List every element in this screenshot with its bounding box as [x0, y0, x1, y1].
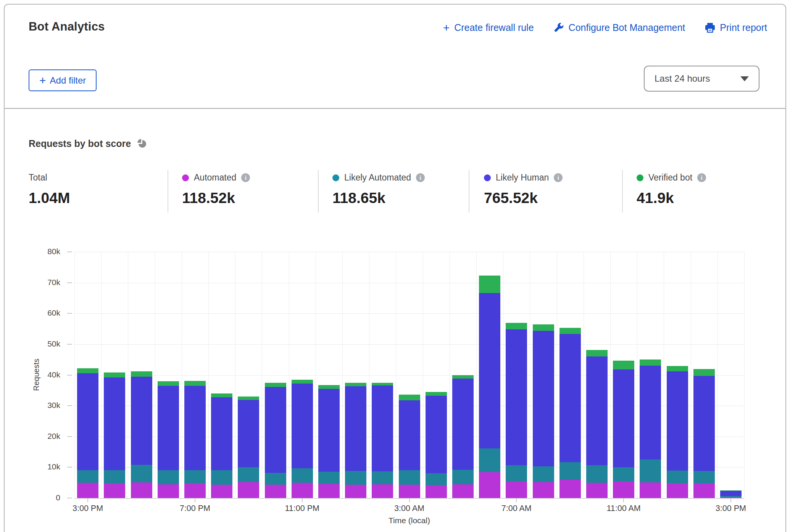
info-icon[interactable]: i — [697, 173, 706, 182]
bar-segment-likely-automated[interactable] — [77, 470, 98, 482]
info-icon[interactable]: i — [554, 173, 563, 182]
bar-segment-likely-automated[interactable] — [613, 467, 634, 482]
bar-segment-likely-human[interactable] — [720, 491, 742, 497]
bar-segment-verified-bot[interactable] — [184, 381, 206, 386]
bar-segment-verified-bot[interactable] — [131, 371, 152, 377]
info-icon[interactable]: i — [241, 173, 250, 182]
bar-segment-verified-bot[interactable] — [586, 350, 608, 356]
bar-segment-verified-bot[interactable] — [292, 380, 313, 384]
bar-segment-likely-automated[interactable] — [372, 471, 393, 484]
bar-segment-automated[interactable] — [265, 485, 286, 498]
bar-segment-likely-human[interactable] — [399, 400, 420, 470]
bar[interactable] — [131, 252, 152, 498]
bar-segment-automated[interactable] — [104, 483, 125, 498]
bar-segment-verified-bot[interactable] — [426, 392, 447, 396]
bar-segment-likely-automated[interactable] — [452, 470, 474, 484]
bar[interactable] — [211, 252, 232, 498]
bar-segment-likely-automated[interactable] — [265, 473, 286, 485]
bar-segment-verified-bot[interactable] — [479, 276, 500, 293]
bar[interactable] — [158, 252, 179, 498]
bar[interactable] — [77, 252, 98, 498]
bar-segment-likely-automated[interactable] — [104, 470, 125, 484]
bar-segment-likely-human[interactable] — [586, 356, 608, 465]
bar-segment-verified-bot[interactable] — [345, 383, 366, 387]
bar-segment-verified-bot[interactable] — [158, 381, 179, 385]
bar-segment-automated[interactable] — [586, 483, 608, 498]
bar-segment-automated[interactable] — [184, 483, 206, 498]
bar[interactable] — [345, 252, 366, 498]
bar-segment-likely-automated[interactable] — [559, 462, 581, 480]
bar-segment-automated[interactable] — [131, 482, 152, 498]
bar-segment-likely-human[interactable] — [693, 376, 715, 471]
bar-segment-likely-human[interactable] — [533, 331, 554, 466]
bar-segment-likely-human[interactable] — [131, 377, 152, 465]
bar[interactable] — [667, 252, 688, 498]
bar-segment-automated[interactable] — [372, 484, 393, 498]
bar[interactable] — [720, 252, 742, 498]
bar[interactable] — [533, 252, 554, 498]
bar-segment-likely-automated[interactable] — [238, 467, 259, 482]
bar-segment-likely-human[interactable] — [184, 386, 206, 470]
bar-segment-likely-automated[interactable] — [693, 471, 715, 483]
bar-segment-likely-human[interactable] — [292, 384, 313, 468]
bar-segment-automated[interactable] — [667, 483, 688, 498]
bar-segment-likely-automated[interactable] — [292, 468, 313, 483]
bar-segment-likely-human[interactable] — [104, 377, 125, 470]
bar-segment-automated[interactable] — [399, 485, 420, 498]
bar-segment-likely-automated[interactable] — [345, 471, 366, 485]
bar-segment-verified-bot[interactable] — [452, 375, 474, 379]
bar-segment-automated[interactable] — [479, 472, 500, 498]
bar-segment-likely-automated[interactable] — [184, 470, 206, 484]
bar-segment-verified-bot[interactable] — [559, 328, 581, 334]
bar-segment-likely-human[interactable] — [613, 369, 634, 467]
add-filter-button[interactable]: + Add filter — [29, 69, 97, 91]
bar[interactable] — [693, 252, 715, 498]
bar-segment-likely-human[interactable] — [318, 389, 340, 472]
bar-segment-verified-bot[interactable] — [104, 372, 125, 377]
bar-segment-likely-human[interactable] — [77, 373, 98, 471]
bar-segment-likely-human[interactable] — [506, 329, 527, 465]
bar-segment-likely-automated[interactable] — [586, 465, 608, 483]
bar-segment-likely-human[interactable] — [158, 386, 179, 470]
bar-segment-automated[interactable] — [211, 485, 232, 498]
bar[interactable] — [559, 252, 581, 498]
bar-segment-likely-human[interactable] — [345, 386, 366, 471]
bar-segment-automated[interactable] — [158, 484, 179, 498]
bar-segment-likely-automated[interactable] — [533, 466, 554, 482]
bar-segment-verified-bot[interactable] — [613, 361, 634, 369]
bar-segment-likely-automated[interactable] — [640, 459, 661, 482]
bar-segment-likely-human[interactable] — [640, 366, 661, 460]
bar-segment-automated[interactable] — [533, 482, 554, 498]
bar-segment-likely-human[interactable] — [667, 371, 688, 471]
bar-segment-verified-bot[interactable] — [77, 368, 98, 373]
bar[interactable] — [292, 252, 313, 498]
bar[interactable] — [318, 252, 340, 498]
bar-segment-likely-automated[interactable] — [158, 470, 179, 484]
bar-segment-automated[interactable] — [693, 483, 715, 498]
bar-segment-likely-automated[interactable] — [667, 471, 688, 483]
configure-bot-management-link[interactable]: Configure Bot Management — [554, 22, 685, 33]
bar-segment-likely-human[interactable] — [452, 379, 474, 470]
bar-segment-automated[interactable] — [77, 483, 98, 498]
bar-segment-likely-human[interactable] — [238, 400, 259, 467]
bar-segment-likely-human[interactable] — [265, 387, 286, 473]
create-firewall-rule-link[interactable]: + Create firewall rule — [443, 22, 534, 33]
bar-segment-likely-automated[interactable] — [720, 496, 742, 497]
bar-segment-verified-bot[interactable] — [372, 383, 393, 385]
bar-segment-likely-automated[interactable] — [506, 465, 527, 482]
bar-segment-automated[interactable] — [238, 482, 259, 498]
bar-segment-likely-automated[interactable] — [131, 465, 152, 482]
bar-segment-verified-bot[interactable] — [265, 383, 286, 387]
bar[interactable] — [372, 252, 393, 498]
bar-segment-automated[interactable] — [640, 482, 661, 498]
bar[interactable] — [238, 252, 259, 498]
bar-segment-verified-bot[interactable] — [211, 393, 232, 397]
bar-segment-automated[interactable] — [345, 485, 366, 498]
bar[interactable] — [586, 252, 608, 498]
bar-segment-verified-bot[interactable] — [506, 323, 527, 329]
bar[interactable] — [640, 252, 661, 498]
bar-segment-verified-bot[interactable] — [399, 395, 420, 400]
bar-segment-automated[interactable] — [318, 484, 340, 498]
bar-segment-verified-bot[interactable] — [533, 324, 554, 331]
bar-segment-verified-bot[interactable] — [640, 360, 661, 365]
